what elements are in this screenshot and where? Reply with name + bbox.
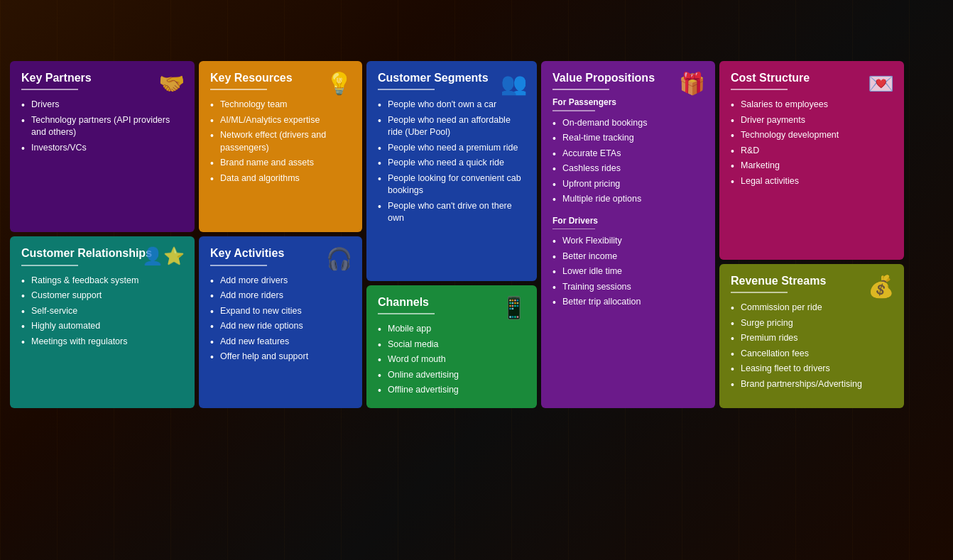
list-item: Customer support <box>21 288 183 304</box>
list-item: Lower idle time <box>552 264 704 280</box>
for-drivers-divider <box>552 229 595 230</box>
list-item: Leasing fleet to drivers <box>731 361 893 377</box>
key-partners-list: Drivers Technology partners (API provide… <box>21 97 183 155</box>
list-item: Better trip allocation <box>552 295 704 310</box>
list-item: Multiple ride options <box>552 192 704 207</box>
customer-rel-list: Ratings & feedback system Customer suppo… <box>21 273 183 350</box>
customer-segments-list: People who don't own a car People who ne… <box>378 97 525 226</box>
value-propositions-card: Value Propositions 🎁 For Passengers On-d… <box>541 61 715 408</box>
customer-segments-divider <box>378 89 435 90</box>
cost-structure-list: Salaries to employees Driver payments Te… <box>731 97 893 189</box>
cost-structure-divider <box>731 89 788 90</box>
channels-list: Mobile app Social media Word of mouth On… <box>378 322 525 398</box>
channels-divider <box>378 313 435 314</box>
list-item: Self-service <box>21 304 183 319</box>
list-item: Technology partners (API providers and o… <box>21 113 183 141</box>
list-item: Marketing <box>731 158 893 174</box>
list-item: Salaries to employees <box>731 97 893 113</box>
list-item: Add new ride options <box>210 319 351 334</box>
person-star-icon: 👤⭐ <box>142 246 185 266</box>
list-item: Driver payments <box>731 113 893 128</box>
key-activities-card: Key Activities 🎧 Add more drivers Add mo… <box>199 236 362 407</box>
list-item: AI/ML/Analytics expertise <box>210 113 351 128</box>
for-passengers-divider <box>552 110 595 111</box>
value-prop-divider <box>552 89 609 90</box>
list-item: People who can't drive on there own <box>378 199 525 226</box>
list-item: Mobile app <box>378 322 525 337</box>
key-resources-card: Key Resources 💡 Technology team AI/ML/An… <box>199 61 362 232</box>
for-drivers-list: Work Flexibility Better income Lower idl… <box>552 234 704 310</box>
column-4: Value Propositions 🎁 For Passengers On-d… <box>541 61 715 408</box>
key-partners-divider <box>21 89 78 90</box>
list-item: People who need a premium ride <box>378 141 525 156</box>
list-item: Cancellation fees <box>731 346 893 362</box>
headset-icon: 🎧 <box>326 246 352 271</box>
list-item: Social media <box>378 337 525 353</box>
key-resources-list: Technology team AI/ML/Analytics expertis… <box>210 97 351 186</box>
customer-rel-divider <box>21 265 78 266</box>
list-item: Ratings & feedback system <box>21 273 183 289</box>
list-item: Training sessions <box>552 280 704 295</box>
channels-card: Channels 📱 Mobile app Social media Word … <box>366 285 537 408</box>
list-item: Accurate ETAs <box>552 146 704 162</box>
customer-segments-card: Customer Segments 👥 People who don't own… <box>366 61 537 281</box>
list-item: Offline advertising <box>378 383 525 398</box>
revenue-icon: 💰 <box>868 274 894 299</box>
cost-structure-card: Cost Structure 💌 Salaries to employees D… <box>719 61 904 260</box>
list-item: Data and algorithms <box>210 171 351 187</box>
list-item: On-demand bookings <box>552 116 704 131</box>
list-item: Meetings with regulators <box>21 334 183 350</box>
for-passengers-list: On-demand bookings Real-time tracking Ac… <box>552 116 704 207</box>
cost-icon: 💌 <box>868 71 894 96</box>
list-item: People who need an affordable ride (Uber… <box>378 113 525 141</box>
revenue-streams-list: Commission per ride Surge pricing Premiu… <box>731 300 893 392</box>
key-partners-card: Key Partners 🤝 Drivers Technology partne… <box>10 61 195 232</box>
list-item: Work Flexibility <box>552 234 704 249</box>
list-item: Surge pricing <box>731 316 893 331</box>
gift-icon: 🎁 <box>679 71 705 96</box>
people-icon: 👥 <box>501 71 527 96</box>
list-item: Commission per ride <box>731 300 893 316</box>
list-item: Offer help and support <box>210 349 351 365</box>
list-item: Word of mouth <box>378 352 525 368</box>
phone-icon: 📱 <box>501 295 527 320</box>
list-item: Better income <box>552 249 704 265</box>
list-item: Highly automated <box>21 319 183 334</box>
list-item: Cashless rides <box>552 161 704 177</box>
customer-relationships-card: Customer Relationships 👤⭐ Ratings & feed… <box>10 236 195 407</box>
list-item: People who need a quick ride <box>378 155 525 171</box>
list-item: Network effect (drivers and passengers) <box>210 128 351 155</box>
key-resources-divider <box>210 89 267 90</box>
list-item: Brand partnerships/Advertising <box>731 377 893 392</box>
list-item: Real-time tracking <box>552 131 704 146</box>
for-drivers-subtitle: For Drivers <box>552 216 704 226</box>
list-item: People who don't own a car <box>378 97 525 113</box>
key-activities-divider <box>210 265 267 266</box>
list-item: Investors/VCs <box>21 141 183 156</box>
column-3: Customer Segments 👥 People who don't own… <box>366 61 537 408</box>
for-passengers-subtitle: For Passengers <box>552 97 704 107</box>
key-activities-list: Add more drivers Add more riders Expand … <box>210 273 351 365</box>
canvas-container: Key Partners 🤝 Drivers Technology partne… <box>0 58 953 415</box>
list-item: Legal activities <box>731 174 893 190</box>
list-item: People looking for convenient cab bookin… <box>378 171 525 199</box>
revenue-streams-card: Revenue Streams 💰 Commission per ride Su… <box>719 264 904 408</box>
handshake-icon: 🤝 <box>158 71 185 96</box>
list-item: Online advertising <box>378 368 525 383</box>
list-item: Add more drivers <box>210 273 351 289</box>
list-item: Brand name and assets <box>210 155 351 171</box>
revenue-streams-divider <box>731 292 788 293</box>
list-item: Add new features <box>210 334 351 350</box>
list-item: Technology development <box>731 128 893 143</box>
brain-icon: 💡 <box>326 71 352 96</box>
list-item: Add more riders <box>210 288 351 304</box>
list-item: Drivers <box>21 97 183 113</box>
list-item: Technology team <box>210 97 351 113</box>
list-item: Upfront pricing <box>552 177 704 192</box>
column-5: Cost Structure 💌 Salaries to employees D… <box>719 61 904 408</box>
list-item: R&D <box>731 143 893 159</box>
list-item: Premium rides <box>731 331 893 346</box>
list-item: Expand to new cities <box>210 304 351 319</box>
page-wrapper: Uber Business Model Canvas Key Partners … <box>0 0 953 560</box>
